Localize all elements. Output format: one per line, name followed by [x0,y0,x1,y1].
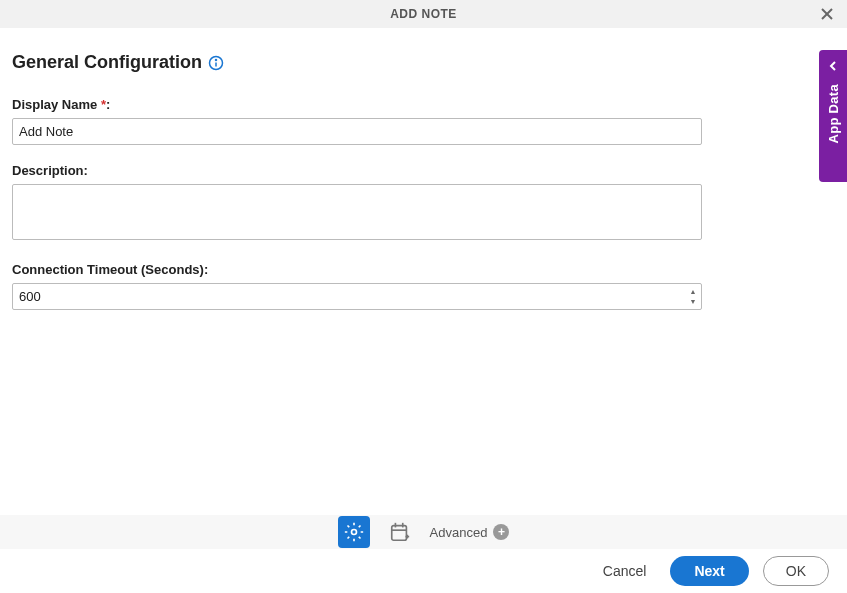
close-button[interactable] [819,6,835,22]
close-icon [819,6,835,22]
calendar-plus-icon [389,521,411,543]
connection-timeout-input[interactable] [12,283,702,310]
connection-timeout-label: Connection Timeout (Seconds): [12,262,702,277]
ok-button[interactable]: OK [763,556,829,586]
app-data-label: App Data [826,84,841,143]
svg-rect-6 [391,526,406,541]
dialog-header: ADD NOTE [0,0,847,28]
display-name-field: Display Name *: [12,97,702,145]
settings-tab[interactable] [338,516,370,548]
next-button[interactable]: Next [670,556,748,586]
description-label: Description: [12,163,702,178]
section-title-text: General Configuration [12,52,202,73]
chevron-left-icon [827,58,839,76]
dialog-title: ADD NOTE [390,7,457,21]
schedule-tab[interactable] [386,518,414,546]
connection-timeout-input-wrap: ▲ ▼ [12,283,702,310]
svg-point-5 [351,530,356,535]
dialog-content: General Configuration Display Name *: De… [0,28,847,310]
dialog-footer: Cancel Next OK [0,549,847,593]
connection-timeout-field: Connection Timeout (Seconds): ▲ ▼ [12,262,702,310]
app-data-panel-toggle[interactable]: App Data [819,50,847,182]
bottom-toolbar: Advanced + [0,515,847,549]
description-input[interactable] [12,184,702,240]
description-field: Description: [12,163,702,244]
plus-icon: + [493,524,509,540]
cancel-button[interactable]: Cancel [593,557,657,585]
section-title: General Configuration [12,52,224,73]
spinner-up[interactable]: ▲ [686,287,700,297]
info-icon[interactable] [208,55,224,71]
advanced-label: Advanced [430,525,488,540]
display-name-label: Display Name *: [12,97,702,112]
advanced-tab[interactable]: Advanced + [430,524,510,540]
spinner-down[interactable]: ▼ [686,297,700,307]
display-name-input[interactable] [12,118,702,145]
gear-icon [344,522,364,542]
number-spinner: ▲ ▼ [686,285,700,308]
svg-point-3 [216,59,217,60]
